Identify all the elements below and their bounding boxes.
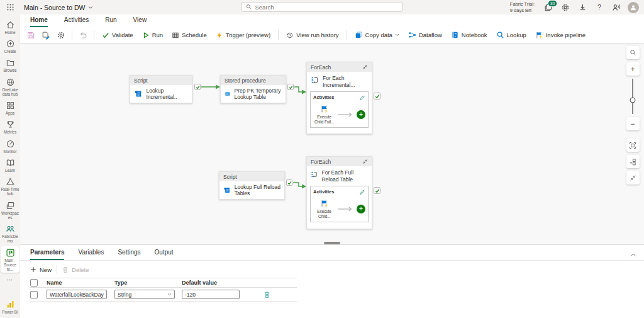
copy-data-button[interactable]: Copy data <box>351 29 403 41</box>
success-port-check[interactable] <box>286 179 292 186</box>
foreach-validation-checkbox[interactable] <box>374 93 380 99</box>
notifications-button[interactable]: 30 <box>543 2 554 13</box>
tab-run[interactable]: Run <box>105 16 116 27</box>
sidebar-item-browse[interactable]: Browse <box>1 56 19 74</box>
waffle-icon <box>6 3 14 11</box>
view-run-history-button[interactable]: View run history <box>282 30 342 41</box>
column-header-default: Default value <box>182 280 264 286</box>
sidebar-item-onelake-data-hub[interactable]: OneLake data hub <box>1 76 19 98</box>
zoom-in-button[interactable]: + <box>626 62 640 76</box>
parameter-name-input[interactable] <box>47 290 107 299</box>
child-activity-execute[interactable]: Execute Child Full... <box>313 105 335 124</box>
delete-row-button[interactable] <box>264 291 270 298</box>
parameter-default-input[interactable] <box>182 290 240 299</box>
zoom-slider-handle[interactable] <box>630 97 636 103</box>
sidebar-item-apps[interactable]: Apps <box>1 99 19 116</box>
success-port-check[interactable] <box>194 84 201 90</box>
save-as-icon <box>42 31 50 40</box>
foreach-activities-container[interactable]: Activities <box>310 186 369 222</box>
foreach-validation-checkbox[interactable] <box>374 187 380 194</box>
zoom-slider[interactable] <box>626 79 640 114</box>
zoom-search-button[interactable] <box>626 46 640 59</box>
sidebar-item-realtime-hub[interactable]: Real-Time hub <box>1 175 19 197</box>
topbar-right: Fabric Trial:9 days left 30 <box>510 1 644 13</box>
tab-activities[interactable]: Activities <box>64 16 89 27</box>
trigger-button[interactable]: Trigger (preview) <box>212 30 274 41</box>
save-as-button[interactable] <box>39 29 53 42</box>
activity-foreach-full-reload[interactable]: ForEach For Each Full Re <box>306 156 372 229</box>
validate-button[interactable]: Validate <box>98 30 137 41</box>
dataflow-button[interactable]: Dataflow <box>404 29 446 41</box>
parameter-type-select[interactable]: String <box>114 290 175 299</box>
new-parameter-button[interactable]: New <box>30 266 52 273</box>
activity-script-lookup-full-reload[interactable]: Script Lookup Full Reload Tables <box>219 171 285 200</box>
tab-settings[interactable]: Settings <box>118 249 140 260</box>
plus-icon <box>30 266 36 273</box>
tab-view[interactable]: View <box>133 16 147 27</box>
schedule-button[interactable]: Schedule <box>168 30 211 41</box>
pipeline-title[interactable]: Main - Source to DW <box>24 4 93 11</box>
sidebar-item-learn[interactable]: Learn <box>1 156 19 174</box>
auto-align-button[interactable] <box>626 155 640 168</box>
more-items-button[interactable]: ⋯ <box>7 274 14 286</box>
tab-parameters[interactable]: Parameters <box>30 249 64 260</box>
account-avatar[interactable] <box>628 2 639 13</box>
invoke-pipeline-button[interactable]: Invoke pipeline <box>531 29 589 41</box>
collapse-all-button[interactable] <box>626 171 640 185</box>
notebook-icon <box>451 31 459 39</box>
feedback-button[interactable] <box>611 2 622 13</box>
collapse-icon[interactable] <box>362 64 368 70</box>
collapse-panel-button[interactable] <box>630 249 636 260</box>
activity-script-lookup-incremental[interactable]: Script Lookup Incremental.. <box>130 75 192 103</box>
run-button[interactable]: Run <box>138 30 167 41</box>
search-box[interactable] <box>242 2 402 12</box>
sidebar-item-workspaces[interactable]: Workspaces <box>1 199 19 221</box>
select-all-checkbox[interactable] <box>30 279 38 287</box>
collapse-icon[interactable] <box>362 159 368 164</box>
edit-pencil-icon[interactable] <box>359 188 365 195</box>
validate-check-icon <box>102 31 109 39</box>
activity-stored-procedure[interactable]: Stored procedure Prep PK Temporary Looku… <box>220 75 286 103</box>
undo-button[interactable] <box>76 29 90 42</box>
add-activity-button[interactable]: + <box>357 110 365 119</box>
toolbar-separator <box>347 30 347 40</box>
app-launcher-icon[interactable] <box>0 3 20 11</box>
sidebar-item-main-source-to-dw[interactable]: Main - Source to... <box>1 246 19 273</box>
chevron-down-icon <box>167 292 172 297</box>
pipeline-canvas[interactable]: Script Lookup Incremental.. Stored proce… <box>20 43 644 244</box>
delete-parameter-button[interactable]: Delete <box>62 266 89 273</box>
row-checkbox[interactable] <box>30 291 38 298</box>
success-port-check[interactable] <box>287 84 294 90</box>
arrow-right-icon <box>338 207 354 212</box>
settings-button[interactable] <box>560 2 571 13</box>
foreach-activities-container[interactable]: Activities <box>310 91 369 128</box>
sidebar-item-metrics[interactable]: Metrics <box>1 118 19 135</box>
zoom-to-fit-button[interactable] <box>626 139 640 152</box>
sidebar-item-home[interactable]: Home <box>1 18 19 36</box>
script-icon <box>223 185 231 195</box>
save-button[interactable] <box>24 29 38 42</box>
sidebar-item-power-bi[interactable]: Power BI <box>1 298 19 315</box>
trial-status: Fabric Trial:9 days left <box>510 1 535 13</box>
search-input[interactable] <box>255 4 398 11</box>
notebook-button[interactable]: Notebook <box>447 29 491 41</box>
add-activity-button[interactable]: + <box>357 205 365 213</box>
download-button[interactable] <box>577 2 588 13</box>
tab-home[interactable]: Home <box>30 16 48 27</box>
script-icon <box>134 89 142 99</box>
panel-resize-handle[interactable] <box>324 242 340 244</box>
tab-output[interactable]: Output <box>155 249 174 260</box>
sidebar-item-monitor[interactable]: Monitor <box>1 137 19 155</box>
sidebar-item-create[interactable]: Create <box>1 37 19 55</box>
edit-pencil-icon[interactable] <box>359 94 365 100</box>
zoom-out-button[interactable]: − <box>626 117 640 130</box>
activity-foreach-incremental[interactable]: ForEach For Each Increme <box>306 62 372 134</box>
top-bar: Main - Source to DW Fabric Trial:9 days … <box>0 0 644 14</box>
tab-variables[interactable]: Variables <box>78 249 104 260</box>
realtime-hub-icon <box>6 177 15 186</box>
lookup-button[interactable]: Lookup <box>492 29 530 41</box>
sidebar-item-workspace-fabricdemo[interactable]: FabricDemo <box>1 222 19 244</box>
child-activity-execute[interactable]: Execute Child... <box>313 199 335 219</box>
pipeline-settings-button[interactable] <box>54 29 68 42</box>
help-button[interactable]: ? <box>594 2 605 13</box>
